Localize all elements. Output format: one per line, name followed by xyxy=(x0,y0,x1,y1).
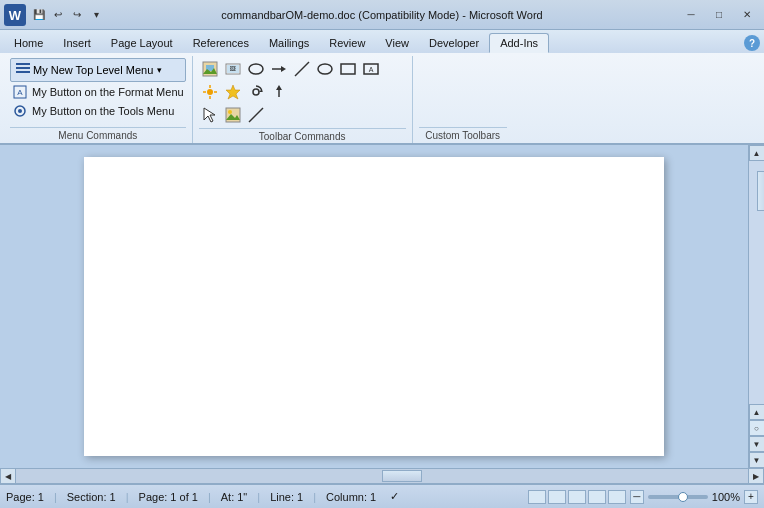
tb-arrow-up[interactable] xyxy=(268,81,290,103)
tb-rect1[interactable] xyxy=(337,58,359,80)
tb-cursor[interactable] xyxy=(199,104,221,126)
tab-review[interactable]: Review xyxy=(319,33,375,53)
svg-text:A: A xyxy=(368,66,373,73)
h-scroll-thumb[interactable] xyxy=(382,470,422,482)
menu-icon xyxy=(15,61,31,79)
qa-dropdown[interactable]: ▾ xyxy=(87,6,105,24)
pagecount-status: Page: 1 of 1 xyxy=(139,491,198,503)
ribbon-content: My New Top Level Menu ▾ A My Button on t… xyxy=(0,53,764,145)
h-scroll-left[interactable]: ◀ xyxy=(0,468,16,484)
zoom-thumb[interactable] xyxy=(678,492,688,502)
scroll-page-indicator[interactable]: ○ xyxy=(749,420,765,436)
format-menu-icon: A xyxy=(12,84,28,100)
tools-menu-icon xyxy=(12,103,28,119)
scroll-next-page[interactable]: ▼ xyxy=(749,436,765,452)
scroll-down-btn[interactable]: ▼ xyxy=(749,452,765,468)
tab-view[interactable]: View xyxy=(375,33,419,53)
tb-arrow-right[interactable] xyxy=(268,58,290,80)
tools-menu-btn[interactable]: My Button on the Tools Menu xyxy=(10,102,186,120)
view-outline-btn[interactable] xyxy=(588,490,606,504)
svg-marker-17 xyxy=(281,66,286,72)
title-bar: W 💾 ↩ ↪ ▾ commandbarOM-demo.doc (Compati… xyxy=(0,0,764,30)
section-status: Section: 1 xyxy=(67,491,116,503)
scroll-thumb[interactable] xyxy=(757,171,765,211)
at-status: At: 1" xyxy=(221,491,248,503)
svg-rect-20 xyxy=(341,64,355,74)
tab-references[interactable]: References xyxy=(183,33,259,53)
zoom-out-btn[interactable]: ─ xyxy=(630,490,644,504)
column-status: Column: 1 xyxy=(326,491,376,503)
svg-point-19 xyxy=(318,64,332,74)
format-menu-btn[interactable]: A My Button on the Format Menu xyxy=(10,83,186,101)
title-bar-left: W 💾 ↩ ↪ ▾ xyxy=(4,4,105,26)
status-bar: Page: 1 | Section: 1 | Page: 1 of 1 | At… xyxy=(0,484,764,508)
svg-marker-33 xyxy=(204,108,215,122)
tb-sun[interactable] xyxy=(199,81,221,103)
svg-rect-3 xyxy=(16,67,30,69)
tab-developer[interactable]: Developer xyxy=(419,33,489,53)
app-icon: W xyxy=(4,4,26,26)
top-level-menu-label: My New Top Level Menu xyxy=(33,64,153,76)
svg-text:🖼: 🖼 xyxy=(230,66,236,72)
view-mode-buttons xyxy=(528,490,626,504)
tab-insert[interactable]: Insert xyxy=(53,33,101,53)
tools-menu-label: My Button on the Tools Menu xyxy=(32,105,174,117)
svg-rect-4 xyxy=(16,71,30,73)
custom-toolbars-group: Custom Toolbars xyxy=(413,56,513,143)
tab-addins[interactable]: Add-Ins xyxy=(489,33,549,53)
document-page xyxy=(84,157,664,456)
maximize-btn[interactable]: □ xyxy=(706,6,732,24)
zoom-slider[interactable] xyxy=(648,495,708,499)
toolbar-row-3 xyxy=(199,104,406,126)
quick-access-toolbar: 💾 ↩ ↪ ▾ xyxy=(30,6,105,24)
document-area xyxy=(0,145,748,468)
tab-mailings[interactable]: Mailings xyxy=(259,33,319,53)
document-container: ▲ ▲ ○ ▼ ▼ xyxy=(0,145,764,468)
tb-image1[interactable] xyxy=(199,58,221,80)
window-controls: ─ □ ✕ xyxy=(678,6,760,24)
toolbar-row-1: 🖼 A xyxy=(199,58,406,80)
view-print-btn[interactable] xyxy=(528,490,546,504)
minimize-btn[interactable]: ─ xyxy=(678,6,704,24)
svg-point-35 xyxy=(228,110,232,114)
tab-page-layout[interactable]: Page Layout xyxy=(101,33,183,53)
scroll-prev-page[interactable]: ▲ xyxy=(749,404,765,420)
h-scroll-right[interactable]: ▶ xyxy=(748,468,764,484)
tb-image3[interactable] xyxy=(222,104,244,126)
tb-line1[interactable] xyxy=(291,58,313,80)
custom-toolbars-label: Custom Toolbars xyxy=(419,127,507,143)
tb-star[interactable] xyxy=(222,81,244,103)
ribbon-tabs: Home Insert Page Layout References Maili… xyxy=(0,30,764,53)
scroll-cluster: ▲ ○ ▼ xyxy=(749,404,765,452)
tb-line2[interactable] xyxy=(245,104,267,126)
svg-line-18 xyxy=(295,62,309,76)
tb-ellipse2[interactable] xyxy=(314,58,336,80)
help-button[interactable]: ? xyxy=(744,35,760,51)
redo-btn[interactable]: ↪ xyxy=(68,6,86,24)
svg-point-23 xyxy=(207,89,213,95)
svg-marker-28 xyxy=(226,85,240,99)
tb-text-box[interactable]: A xyxy=(360,58,382,80)
close-btn[interactable]: ✕ xyxy=(734,6,760,24)
view-web-btn[interactable] xyxy=(568,490,586,504)
dropdown-arrow-icon: ▾ xyxy=(157,65,162,75)
custom-toolbars-content xyxy=(419,58,507,125)
zoom-in-btn[interactable]: + xyxy=(744,490,758,504)
toolbar-commands-label: Toolbar Commands xyxy=(199,128,406,144)
tb-image2[interactable]: 🖼 xyxy=(222,58,244,80)
view-draft-btn[interactable] xyxy=(608,490,626,504)
save-quick-btn[interactable]: 💾 xyxy=(30,6,48,24)
undo-btn[interactable]: ↩ xyxy=(49,6,67,24)
tab-home[interactable]: Home xyxy=(4,33,53,53)
menu-commands-content: My New Top Level Menu ▾ A My Button on t… xyxy=(10,58,186,125)
tb-rotate[interactable] xyxy=(245,81,267,103)
menu-commands-group: My New Top Level Menu ▾ A My Button on t… xyxy=(4,56,193,143)
scroll-up-btn[interactable]: ▲ xyxy=(749,145,765,161)
tb-ellipse[interactable] xyxy=(245,58,267,80)
zoom-percent: 100% xyxy=(712,491,740,503)
new-top-level-menu-btn[interactable]: My New Top Level Menu ▾ xyxy=(10,58,186,82)
toolbar-commands-content: 🖼 A xyxy=(199,58,406,126)
svg-point-15 xyxy=(249,64,263,74)
status-right: ─ 100% + xyxy=(528,490,758,504)
view-fullscreen-btn[interactable] xyxy=(548,490,566,504)
